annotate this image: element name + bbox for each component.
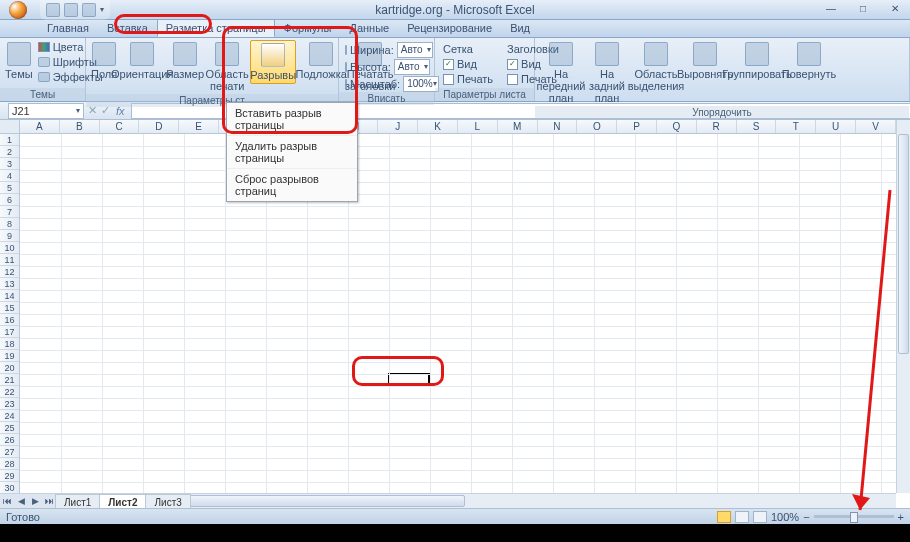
scale-input[interactable]: 100%: [403, 76, 439, 92]
name-box[interactable]: J21▾: [8, 103, 84, 119]
row-header-8[interactable]: 8: [0, 218, 19, 230]
worksheet-area: ABCDEFGHIJKLMNOPQRSTUV 12345678910111213…: [0, 120, 910, 508]
zoom-in-button[interactable]: +: [898, 511, 904, 523]
row-header-25[interactable]: 25: [0, 422, 19, 434]
size-button[interactable]: Размер: [166, 40, 204, 82]
zoom-level[interactable]: 100%: [771, 511, 799, 523]
sheet-tab-2[interactable]: Лист3: [145, 494, 190, 509]
row-header-20[interactable]: 20: [0, 362, 19, 374]
zoom-out-button[interactable]: −: [803, 511, 809, 523]
tab-0[interactable]: Главная: [38, 19, 98, 37]
row-header-9[interactable]: 9: [0, 230, 19, 242]
col-header-R[interactable]: R: [697, 120, 737, 133]
col-header-Q[interactable]: Q: [657, 120, 697, 133]
themes-button[interactable]: Темы: [4, 40, 34, 82]
breaks-button[interactable]: Разрывы: [250, 40, 296, 84]
row-header-17[interactable]: 17: [0, 326, 19, 338]
tab-2[interactable]: Разметка страницы: [157, 19, 275, 37]
row-header-15[interactable]: 15: [0, 302, 19, 314]
col-header-S[interactable]: S: [737, 120, 777, 133]
sheet-nav-next[interactable]: ▶: [28, 496, 42, 506]
row-header-6[interactable]: 6: [0, 194, 19, 206]
maximize-button[interactable]: □: [850, 1, 876, 15]
redo-icon[interactable]: [82, 3, 96, 17]
col-header-O[interactable]: O: [577, 120, 617, 133]
page-layout-view-button[interactable]: [735, 511, 749, 523]
col-header-A[interactable]: A: [20, 120, 60, 133]
row-header-18[interactable]: 18: [0, 338, 19, 350]
row-header-10[interactable]: 10: [0, 242, 19, 254]
col-header-C[interactable]: C: [100, 120, 140, 133]
sheet-tab-0[interactable]: Лист1: [55, 494, 100, 509]
row-header-2[interactable]: 2: [0, 146, 19, 158]
sheet-tab-1[interactable]: Лист2: [99, 494, 146, 509]
tab-6[interactable]: Вид: [501, 19, 539, 37]
row-header-1[interactable]: 1: [0, 134, 19, 146]
row-header-4[interactable]: 4: [0, 170, 19, 182]
undo-icon[interactable]: [64, 3, 78, 17]
sheet-nav-last[interactable]: ⏭: [42, 496, 56, 506]
col-header-J[interactable]: J: [378, 120, 418, 133]
scrollbar-thumb[interactable]: [185, 495, 465, 507]
vertical-scrollbar[interactable]: [896, 120, 910, 493]
row-header-3[interactable]: 3: [0, 158, 19, 170]
close-button[interactable]: ✕: [882, 1, 908, 15]
row-header-14[interactable]: 14: [0, 290, 19, 302]
qat-dropdown-icon[interactable]: ▾: [100, 5, 104, 14]
height-select[interactable]: Авто: [394, 59, 430, 75]
sheet-nav-first[interactable]: ⏮: [0, 496, 14, 506]
col-header-K[interactable]: K: [418, 120, 458, 133]
row-header-5[interactable]: 5: [0, 182, 19, 194]
row-header-13[interactable]: 13: [0, 278, 19, 290]
row-header-27[interactable]: 27: [0, 446, 19, 458]
save-icon[interactable]: [46, 3, 60, 17]
breaks-menu-item-1[interactable]: Удалить разрыв страницы: [227, 136, 357, 169]
row-header-12[interactable]: 12: [0, 266, 19, 278]
orientation-button[interactable]: Ориентация: [120, 40, 164, 82]
print-area-button[interactable]: Область печати: [206, 40, 248, 94]
col-header-E[interactable]: E: [179, 120, 219, 133]
background-button[interactable]: Подложка: [298, 40, 344, 82]
row-header-22[interactable]: 22: [0, 386, 19, 398]
col-header-P[interactable]: P: [617, 120, 657, 133]
minimize-button[interactable]: —: [818, 1, 844, 15]
page-break-view-button[interactable]: [753, 511, 767, 523]
col-header-L[interactable]: L: [458, 120, 498, 133]
col-header-V[interactable]: V: [856, 120, 896, 133]
row-header-21[interactable]: 21: [0, 374, 19, 386]
scrollbar-thumb[interactable]: [898, 134, 909, 354]
row-headers[interactable]: 1234567891011121314151617181920212223242…: [0, 134, 20, 493]
breaks-menu-item-2[interactable]: Сброс разрывов страниц: [227, 169, 357, 201]
row-header-11[interactable]: 11: [0, 254, 19, 266]
row-header-28[interactable]: 28: [0, 458, 19, 470]
row-header-19[interactable]: 19: [0, 350, 19, 362]
tab-4[interactable]: Данные: [340, 19, 398, 37]
row-header-26[interactable]: 26: [0, 434, 19, 446]
row-header-23[interactable]: 23: [0, 398, 19, 410]
row-header-7[interactable]: 7: [0, 206, 19, 218]
col-header-U[interactable]: U: [816, 120, 856, 133]
width-select[interactable]: Авто: [397, 42, 433, 58]
tab-3[interactable]: Формулы: [275, 19, 341, 37]
row-header-16[interactable]: 16: [0, 314, 19, 326]
normal-view-button[interactable]: [717, 511, 731, 523]
col-header-T[interactable]: T: [776, 120, 816, 133]
sheet-nav-prev[interactable]: ◀: [14, 496, 28, 506]
row-header-29[interactable]: 29: [0, 470, 19, 482]
col-header-D[interactable]: D: [139, 120, 179, 133]
col-header-B[interactable]: B: [60, 120, 100, 133]
tab-5[interactable]: Рецензирование: [398, 19, 501, 37]
select-all-button[interactable]: [0, 120, 20, 134]
gridlines-print-checkbox[interactable]: Печать: [441, 72, 495, 86]
tab-1[interactable]: Вставка: [98, 19, 157, 37]
zoom-slider[interactable]: [814, 515, 894, 518]
breaks-menu-item-0[interactable]: Вставить разрыв страницы: [227, 103, 357, 136]
column-headers[interactable]: ABCDEFGHIJKLMNOPQRSTUV: [20, 120, 896, 134]
cell-grid[interactable]: [20, 134, 896, 493]
office-button[interactable]: [0, 0, 36, 20]
col-header-N[interactable]: N: [538, 120, 578, 133]
gridlines-view-checkbox[interactable]: ✓Вид: [441, 57, 495, 71]
horizontal-scrollbar[interactable]: [184, 493, 896, 508]
row-header-24[interactable]: 24: [0, 410, 19, 422]
col-header-M[interactable]: M: [498, 120, 538, 133]
